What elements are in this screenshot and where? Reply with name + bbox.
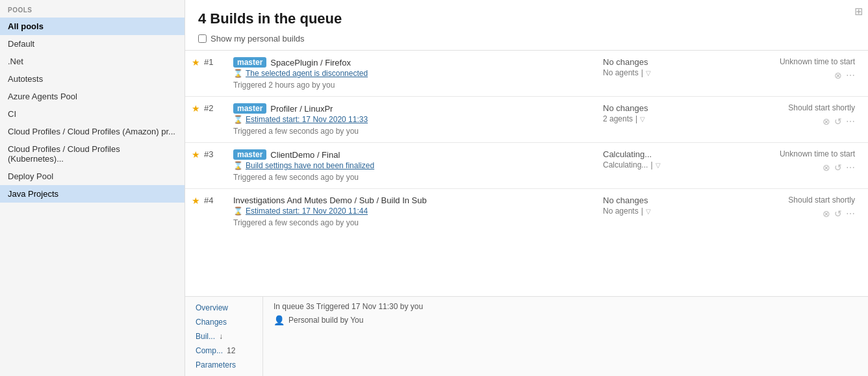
sidebar-label: POOLS [0,0,185,18]
sidebar: POOLS All poolsDefault.NetAutotestsAzure… [0,0,185,376]
sidebar-item-autotests[interactable]: Autotests [0,70,185,88]
build-status-3: Calculating... [603,149,733,159]
build-agents-1: No agents |▽ [603,68,733,77]
bottom-nav-suffix-comp: 12 [227,346,235,355]
build-top-row-3: masterClientDemo / Final [233,149,598,160]
bottom-nav-item-build[interactable]: Buil...↓ [196,331,252,342]
bottom-nav-item-comp[interactable]: Comp...12 [196,345,252,357]
bottom-queue-text: In queue 3s Triggered 17 Nov 11:30 by yo… [274,302,423,311]
time-label-2: Should start shortly [788,103,855,112]
build-name-2[interactable]: Profiler / LinuxPr [270,104,333,114]
collapse-icon[interactable]: ⊞ [854,5,863,18]
build-name-link-1[interactable]: SpacePlugin / Firefox [270,58,351,68]
retry-icon-3[interactable]: ↺ [834,162,842,173]
build-right-1: No changesNo agents |▽ [603,57,733,77]
build-info-text-1[interactable]: The selected agent is disconnected [246,69,368,78]
build-actions-3: ⊗↺⋯ [823,162,855,173]
badge-master-1: master [233,57,266,68]
bottom-nav-label-parameters: Parameters [196,360,236,370]
personal-builds-row: Show my personal builds [198,34,855,44]
bottom-nav-item-parameters[interactable]: Parameters [196,359,252,371]
build-time-1: Unknown time to start⊗⋯ [738,57,855,81]
more-icon-4[interactable]: ⋯ [846,208,855,219]
retry-icon-2[interactable]: ↺ [834,116,842,127]
sidebar-item-deploy-pool[interactable]: Deploy Pool [0,168,185,185]
build-right-3: Calculating...Calculating... |▽ [603,149,733,169]
star-icon-3[interactable]: ★ [192,149,200,160]
agents-dropdown-2[interactable]: ▽ [640,116,645,123]
personal-builds-checkbox-label[interactable]: Show my personal builds [198,34,305,44]
bottom-nav-label-comp: Comp... [196,346,223,355]
build-top-row-1: masterSpacePlugin / Firefox [233,57,598,68]
build-name-4[interactable]: Investigations And Mutes Demo / Sub / Bu… [233,195,427,205]
build-info-text-4[interactable]: Estimated start: 17 Nov 2020 11:44 [246,207,368,216]
build-name-link-3[interactable]: ClientDemo / Final [270,150,340,160]
star-icon-2[interactable]: ★ [192,103,200,114]
hourglass-icon-2: ⌛ [233,115,243,124]
bottom-nav-suffix-build: ↓ [219,332,223,341]
build-info-text-2[interactable]: Estimated start: 17 Nov 2020 11:33 [246,115,368,124]
build-name-link-4[interactable]: Investigations And Mutes Demo / Sub / Bu… [233,195,427,205]
personal-builds-checkbox[interactable] [198,34,207,43]
build-left-1: ★#1 [192,57,228,68]
star-icon-4[interactable]: ★ [192,195,200,206]
build-num-3: #3 [204,149,213,159]
agents-sep-4: | [641,207,643,216]
main-header: 4 Builds in the queue Show my personal b… [185,0,868,51]
build-info-row-2: ⌛Estimated start: 17 Nov 2020 11:33 [233,115,598,124]
build-row-4: ★#4Investigations And Mutes Demo / Sub /… [185,189,868,234]
hourglass-icon-4: ⌛ [233,207,243,216]
star-icon-1[interactable]: ★ [192,57,200,68]
retry-icon-4[interactable]: ↺ [834,208,842,219]
agents-text-1: No agents [603,68,639,77]
build-center-1: masterSpacePlugin / Firefox⌛The selected… [233,57,598,90]
build-info-row-1: ⌛The selected agent is disconnected [233,69,598,78]
cancel-icon-4[interactable]: ⊗ [823,208,830,219]
build-info-text-3[interactable]: Build settings have not been finalized [246,161,374,170]
person-icon: 👤 [274,315,285,325]
sidebar-item-java-projects[interactable]: Java Projects [0,185,185,203]
sidebar-item-cloud-profiles-amazon[interactable]: Cloud Profiles / Cloud Profiles (Amazon)… [0,123,185,140]
hourglass-icon-3: ⌛ [233,161,243,170]
build-num-1: #1 [204,57,213,67]
personal-builds-label: Show my personal builds [211,34,305,44]
build-status-1: No changes [603,57,733,67]
build-row-2: ★#2masterProfiler / LinuxPr⌛Estimated st… [185,97,868,143]
build-status-4: No changes [603,195,733,205]
bottom-nav-item-overview[interactable]: Overview [196,302,252,314]
agents-dropdown-1[interactable]: ▽ [646,69,651,77]
sidebar-item-ci[interactable]: CI [0,105,185,123]
cancel-icon-1[interactable]: ⊗ [834,70,842,81]
build-name-1[interactable]: SpacePlugin / Firefox [270,58,351,68]
main-wrapper: 4 Builds in the queue Show my personal b… [185,0,868,376]
more-icon-1[interactable]: ⋯ [846,70,855,81]
agents-sep-1: | [641,68,643,77]
build-right-4: No changesNo agents |▽ [603,195,733,216]
build-actions-1: ⊗⋯ [834,70,855,81]
cancel-icon-3[interactable]: ⊗ [823,162,830,173]
build-left-2: ★#2 [192,103,228,114]
bottom-info: In queue 3s Triggered 17 Nov 11:30 by yo… [263,297,433,376]
agents-dropdown-4[interactable]: ▽ [646,208,651,215]
sidebar-item-default[interactable]: Default [0,35,185,53]
bottom-nav-label-overview: Overview [196,303,228,312]
bottom-nav-item-changes[interactable]: Changes [196,316,252,328]
cancel-icon-2[interactable]: ⊗ [823,116,830,127]
sidebar-item-cloud-profiles-kubernetes[interactable]: Cloud Profiles / Cloud Profiles (Kuberne… [0,140,185,168]
build-time-3: Unknown time to start⊗↺⋯ [738,149,855,173]
sidebar-item-all-pools[interactable]: All pools [0,18,185,35]
agents-sep-2: | [635,114,637,123]
agents-dropdown-3[interactable]: ▽ [656,162,661,169]
build-left-4: ★#4 [192,195,228,206]
more-icon-3[interactable]: ⋯ [846,162,855,173]
sidebar-item-dotnet[interactable]: .Net [0,53,185,70]
build-name-3[interactable]: ClientDemo / Final [270,150,340,160]
sidebar-item-azure-agents-pool[interactable]: Azure Agents Pool [0,88,185,105]
more-icon-2[interactable]: ⋯ [846,116,855,127]
agents-sep-3: | [650,160,652,169]
build-name-link-2[interactable]: Profiler / LinuxPr [270,104,333,114]
build-status-2: No changes [603,103,733,113]
hourglass-icon-1: ⌛ [233,69,243,78]
build-row-1: ★#1masterSpacePlugin / Firefox⌛The selec… [185,51,868,97]
build-top-row-2: masterProfiler / LinuxPr [233,103,598,114]
